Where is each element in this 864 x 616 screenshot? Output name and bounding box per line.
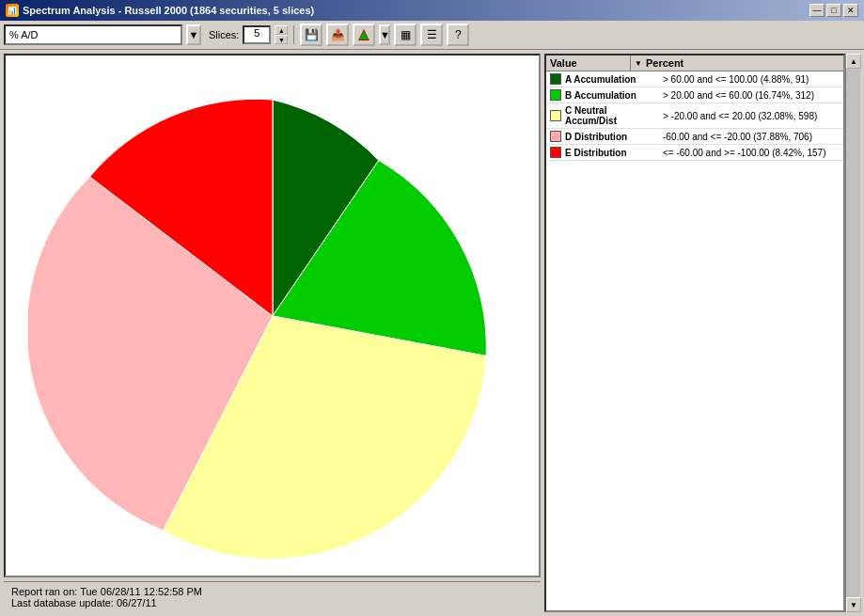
legend-row-A: A Accumulation> 60.00 and <= 100.00 (4.8… (546, 71, 843, 87)
legend-label-A: A Accumulation (565, 74, 659, 85)
legend-col-value-header: Value (546, 55, 631, 71)
legend-panel: Value ▼ Percent A Accumulation> 60.00 an… (544, 54, 845, 612)
indicator-dropdown[interactable]: % A/D (4, 24, 182, 45)
scroll-up-button[interactable]: ▲ (846, 54, 861, 69)
last-db-text: Last database update: 06/27/11 (11, 597, 533, 608)
legend-value-B: > 20.00 and <= 60.00 (16.74%, 312) (663, 90, 814, 101)
scrollbar[interactable]: ▲ ▼ (845, 54, 860, 612)
legend-label-D: D Distribution (565, 132, 659, 142)
save-button[interactable]: 💾 (300, 24, 322, 46)
legend-label-B: B Accumulation (565, 90, 659, 101)
slices-stepper[interactable]: ▲ ▼ (275, 25, 288, 44)
chart-column: Report ran on: Tue 06/28/11 12:52:58 PM … (4, 54, 541, 612)
chart-dropdown-arrow[interactable]: ▼ (379, 24, 390, 45)
legend-color-A (550, 73, 561, 85)
legend-rows: A Accumulation> 60.00 and <= 100.00 (4.8… (546, 71, 843, 161)
legend-color-C (550, 110, 561, 121)
toolbar: % A/D ▼ Slices: 5 ▲ ▼ 💾 📤 ▼ ▦ ☰ ? (0, 21, 864, 50)
legend-col-percent-header: ▼ Percent (631, 55, 687, 71)
content-area: Report ran on: Tue 06/28/11 12:52:58 PM … (0, 50, 864, 616)
legend-label-E: E Distribution (565, 148, 659, 158)
legend-color-B (550, 89, 561, 101)
window-title: Spectrum Analysis - Russell 2000 (1864 s… (23, 5, 314, 16)
columns-button[interactable]: ☰ (420, 24, 443, 46)
legend-color-D (550, 131, 561, 142)
legend-value-D: -60.00 and <= -20.00 (37.88%, 706) (663, 132, 812, 142)
main-window: % A/D ▼ Slices: 5 ▲ ▼ 💾 📤 ▼ ▦ ☰ ? (0, 21, 864, 616)
maximize-button[interactable]: □ (826, 4, 841, 17)
footer: Report ran on: Tue 06/28/11 12:52:58 PM … (4, 581, 541, 612)
legend-label-C: C Neutral Accum/Dist (565, 105, 659, 126)
export-button[interactable]: 📤 (326, 24, 349, 46)
legend-value-A: > 60.00 and <= 100.00 (4.88%, 91) (663, 74, 809, 85)
scroll-track (846, 69, 860, 597)
grid-button[interactable]: ▦ (394, 24, 416, 46)
dropdown-arrow[interactable]: ▼ (186, 24, 201, 45)
legend-row-E: E Distribution<= -60.00 and >= -100.00 (… (546, 145, 843, 161)
right-panel: Value ▼ Percent A Accumulation> 60.00 an… (544, 54, 860, 612)
legend-value-C: > -20.00 and <= 20.00 (32.08%, 598) (663, 111, 817, 121)
slices-label: Slices: (209, 29, 239, 40)
close-button[interactable]: ✕ (843, 4, 858, 17)
slices-input[interactable]: 5 (243, 25, 271, 44)
legend-header: Value ▼ Percent (546, 55, 843, 71)
app-icon: 📊 (6, 4, 19, 17)
slices-down-button[interactable]: ▼ (275, 35, 288, 44)
help-button[interactable]: ? (447, 24, 469, 46)
title-bar-left: 📊 Spectrum Analysis - Russell 2000 (1864… (6, 4, 314, 17)
svg-marker-1 (359, 31, 369, 39)
dropdown-value: % A/D (9, 29, 39, 40)
pie-chart (28, 71, 517, 561)
legend-color-E (550, 147, 561, 158)
window-controls[interactable]: — □ ✕ (809, 4, 858, 17)
sort-icon: ▼ (635, 59, 642, 68)
scroll-down-button[interactable]: ▼ (846, 597, 861, 612)
legend-row-C: C Neutral Accum/Dist> -20.00 and <= 20.0… (546, 103, 843, 129)
report-ran-text: Report ran on: Tue 06/28/11 12:52:58 PM (11, 586, 533, 597)
legend-row-B: B Accumulation> 20.00 and <= 60.00 (16.7… (546, 87, 843, 103)
legend-value-E: <= -60.00 and >= -100.00 (8.42%, 157) (663, 148, 825, 158)
minimize-button[interactable]: — (809, 4, 825, 17)
title-bar: 📊 Spectrum Analysis - Russell 2000 (1864… (0, 0, 864, 21)
slices-up-button[interactable]: ▲ (275, 25, 288, 35)
chart-area (4, 54, 541, 577)
chart-type-button[interactable] (353, 24, 375, 46)
legend-row-D: D Distribution-60.00 and <= -20.00 (37.8… (546, 129, 843, 145)
toolbar-separator-1 (293, 25, 294, 44)
